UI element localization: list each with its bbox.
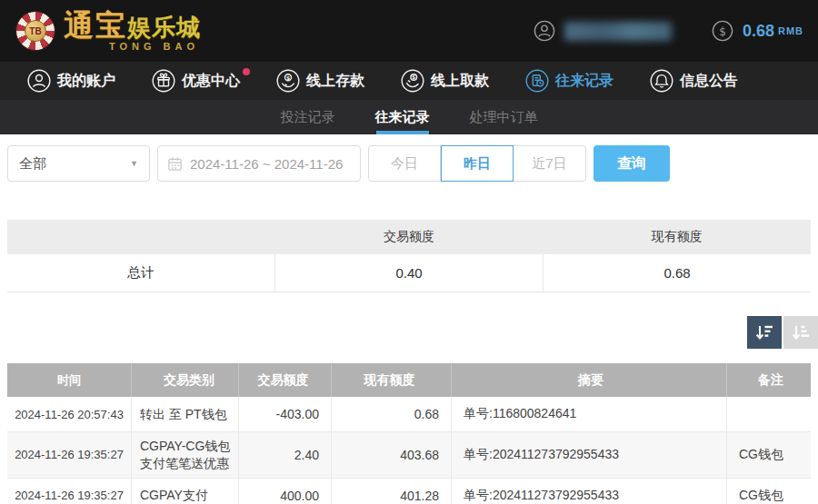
nav-item-online-deposit[interactable]: $ 线上存款 (276, 69, 364, 93)
cell-note: CG钱包 (727, 432, 811, 478)
nav-item-transaction-records[interactable]: 往来记录 (525, 69, 614, 93)
summary-header-empty (7, 220, 275, 254)
svg-text:$: $ (412, 74, 415, 80)
svg-text:$: $ (719, 25, 726, 38)
summary-transaction-total: 0.40 (274, 254, 543, 292)
nav-label: 优惠中心 (182, 72, 240, 91)
button-label: 今日 (391, 155, 418, 173)
last-7-days-button[interactable]: 近7日 (514, 145, 586, 182)
cell-amount: 2.40 (239, 432, 332, 478)
header-time: 时间 (7, 363, 132, 397)
cell-amount: -403.00 (239, 397, 332, 431)
nav-label: 我的账户 (57, 72, 115, 91)
summary-header-row: 交易额度 现有额度 (7, 220, 811, 254)
bell-icon (650, 69, 673, 93)
table-row: 2024-11-26 19:35:27 CGPAY支付 400.00 401.2… (7, 479, 811, 504)
cell-summary: 单号:116800824641 (452, 397, 727, 431)
select-value: 全部 (19, 155, 46, 173)
tab-label: 处理中订单 (470, 109, 538, 126)
cell-note (727, 397, 811, 431)
balance-amount: 0.68 (743, 22, 774, 41)
tab-betting-records[interactable]: 投注记录 (281, 100, 335, 134)
cell-balance: 401.28 (332, 479, 452, 504)
button-label: 昨日 (464, 155, 491, 173)
nav-item-promotions[interactable]: 优惠中心 (152, 69, 240, 93)
summary-total-label: 总计 (7, 254, 274, 292)
tab-label: 往来记录 (375, 109, 430, 126)
nav-label: 线上存款 (306, 72, 364, 91)
nav-item-announcements[interactable]: 信息公告 (650, 69, 738, 93)
main-navigation: 我的账户 优惠中心 $ (0, 62, 818, 100)
record-book-icon (525, 69, 549, 93)
header-note: 备注 (727, 363, 811, 397)
brand-logo[interactable]: TB 通宝 娱乐城 TONG BAO (16, 10, 201, 52)
brand-title: 通宝 娱乐城 TONG BAO (64, 10, 201, 52)
brand-title-main: 通宝 (64, 10, 127, 40)
poker-chip-icon: TB (16, 12, 55, 50)
hand-money-icon: $ (401, 69, 424, 93)
sub-tab-bar: 投注记录 往来记录 处理中订单 (0, 100, 818, 134)
cell-type: 转出 至 PT钱包 (132, 397, 239, 431)
cell-time: 2024-11-26 19:35:27 (7, 432, 132, 478)
cell-time: 2024-11-26 20:57:43 (7, 397, 132, 431)
brand-title-sub: 娱乐城 (127, 15, 201, 39)
search-button[interactable]: 查询 (594, 145, 670, 182)
gift-icon (152, 69, 175, 93)
transaction-type-select[interactable]: 全部 ▼ (7, 145, 150, 182)
dollar-icon: $ (712, 20, 733, 42)
nav-label: 往来记录 (555, 72, 614, 91)
summary-header-transaction: 交易额度 (275, 220, 544, 254)
nav-item-online-withdrawal[interactable]: $ 线上取款 (401, 69, 489, 93)
summary-header-balance: 现有额度 (543, 220, 811, 254)
hand-coin-icon: $ (276, 69, 300, 93)
table-row: 2024-11-26 19:35:27 CGPAY-CG钱包支付笔笔送优惠 2.… (7, 432, 811, 479)
account-summary: $ 0.68 RMB (534, 20, 803, 42)
header-type: 交易类别 (132, 363, 239, 397)
yesterday-button[interactable]: 昨日 (441, 145, 514, 182)
user-circle-icon (27, 69, 51, 93)
date-range-value: 2024-11-26 ~ 2024-11-26 (190, 156, 343, 172)
header-summary: 摘要 (452, 363, 727, 397)
cell-balance: 403.68 (332, 432, 452, 478)
cell-note: CG钱包 (727, 479, 811, 504)
sort-ascending-icon (791, 322, 811, 342)
button-label: 近7日 (532, 155, 566, 173)
sort-descending-button[interactable] (747, 316, 782, 349)
notification-dot-icon (243, 68, 250, 75)
sort-controls (0, 316, 818, 349)
filter-bar: 全部 ▼ 2024-11-26 ~ 2024-11-26 今日 (7, 145, 811, 182)
today-button[interactable]: 今日 (368, 145, 441, 182)
sort-ascending-button[interactable] (783, 316, 818, 349)
nav-item-my-account[interactable]: 我的账户 (27, 69, 115, 93)
table-row: 2024-11-26 20:57:43 转出 至 PT钱包 -403.00 0.… (7, 397, 811, 432)
username-redacted[interactable] (564, 22, 672, 41)
cell-type: CGPAY支付 (132, 479, 239, 504)
chip-label: TB (29, 26, 41, 36)
svg-text:$: $ (286, 74, 290, 81)
brand-subtitle: TONG BAO (109, 42, 199, 52)
active-tab-underline (376, 131, 429, 134)
nav-label: 线上取款 (431, 72, 489, 91)
cell-balance: 0.68 (332, 397, 452, 431)
tab-processing-orders[interactable]: 处理中订单 (470, 100, 538, 134)
nav-label: 信息公告 (680, 72, 738, 91)
top-header: TB 通宝 娱乐城 TONG BAO $ (0, 0, 818, 62)
calendar-icon (167, 156, 183, 172)
cell-summary: 单号:202411273792955433 (452, 432, 727, 478)
page: TB 通宝 娱乐城 TONG BAO $ (0, 0, 818, 504)
transactions-table: 时间 交易类别 交易额度 现有额度 摘要 备注 2024-11-26 20:57… (7, 363, 811, 504)
header-amount: 交易额度 (239, 363, 332, 397)
dropdown-arrow-icon: ▼ (130, 159, 138, 168)
quick-range-group: 今日 昨日 近7日 (368, 145, 586, 182)
tab-transaction-records[interactable]: 往来记录 (375, 100, 430, 134)
cell-amount: 400.00 (239, 479, 332, 504)
sort-descending-icon (754, 322, 774, 342)
cell-type: CGPAY-CG钱包支付笔笔送优惠 (132, 432, 239, 478)
cell-time: 2024-11-26 19:35:27 (7, 479, 132, 504)
date-range-input[interactable]: 2024-11-26 ~ 2024-11-26 (157, 145, 361, 182)
table-header-row: 时间 交易类别 交易额度 现有额度 摘要 备注 (7, 363, 811, 397)
user-icon (534, 20, 555, 42)
tab-label: 投注记录 (281, 109, 335, 126)
header-balance: 现有额度 (332, 363, 452, 397)
summary-current-balance: 0.68 (543, 254, 811, 292)
